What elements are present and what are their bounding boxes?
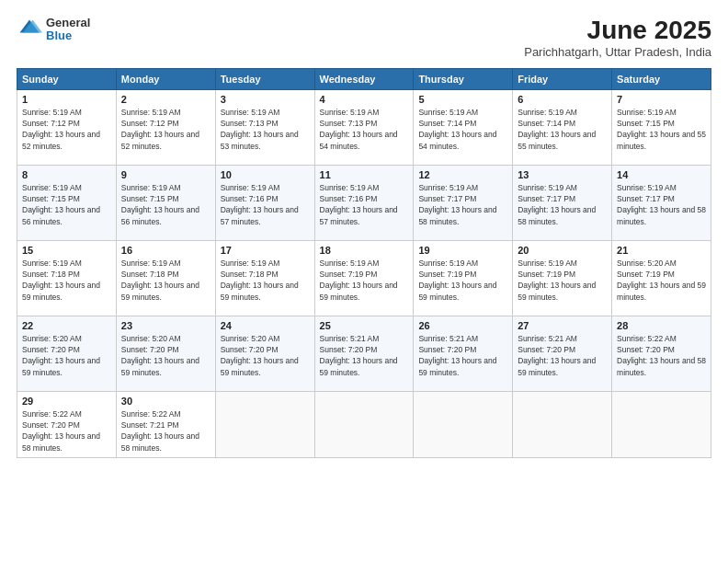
day-number: 18 bbox=[320, 245, 409, 256]
day-number: 7 bbox=[617, 94, 706, 105]
empty-cell bbox=[314, 391, 414, 457]
day-info: Sunrise: 5:20 AMSunset: 7:20 PMDaylight:… bbox=[221, 333, 310, 378]
table-row: 1Sunrise: 5:19 AMSunset: 7:12 PMDaylight… bbox=[17, 89, 117, 165]
day-info: Sunrise: 5:19 AMSunset: 7:18 PMDaylight:… bbox=[22, 258, 111, 303]
header-friday: Friday bbox=[513, 68, 612, 89]
table-row: 15Sunrise: 5:19 AMSunset: 7:18 PMDayligh… bbox=[17, 240, 117, 316]
day-info: Sunrise: 5:20 AMSunset: 7:20 PMDaylight:… bbox=[121, 333, 210, 378]
table-row: 14Sunrise: 5:19 AMSunset: 7:17 PMDayligh… bbox=[612, 165, 711, 240]
day-number: 11 bbox=[320, 169, 409, 180]
month-title: June 2025 bbox=[524, 17, 711, 45]
day-info: Sunrise: 5:19 AMSunset: 7:12 PMDaylight:… bbox=[121, 107, 210, 152]
day-info: Sunrise: 5:19 AMSunset: 7:17 PMDaylight:… bbox=[418, 182, 507, 227]
table-row: 12Sunrise: 5:19 AMSunset: 7:17 PMDayligh… bbox=[414, 165, 513, 240]
day-number: 10 bbox=[221, 169, 310, 180]
day-number: 3 bbox=[221, 94, 310, 105]
day-number: 5 bbox=[418, 94, 507, 105]
day-number: 23 bbox=[121, 320, 210, 331]
day-info: Sunrise: 5:19 AMSunset: 7:16 PMDaylight:… bbox=[320, 182, 409, 227]
day-number: 17 bbox=[221, 245, 310, 256]
table-row: 4Sunrise: 5:19 AMSunset: 7:13 PMDaylight… bbox=[314, 89, 414, 165]
day-info: Sunrise: 5:21 AMSunset: 7:20 PMDaylight:… bbox=[518, 333, 607, 378]
table-row: 6Sunrise: 5:19 AMSunset: 7:14 PMDaylight… bbox=[513, 89, 612, 165]
day-number: 26 bbox=[418, 320, 507, 331]
header-wednesday: Wednesday bbox=[314, 68, 414, 89]
day-number: 1 bbox=[22, 94, 111, 105]
table-row: 16Sunrise: 5:19 AMSunset: 7:18 PMDayligh… bbox=[116, 240, 215, 316]
day-number: 30 bbox=[121, 396, 210, 407]
empty-cell bbox=[612, 391, 711, 457]
table-row: 30Sunrise: 5:22 AMSunset: 7:21 PMDayligh… bbox=[116, 391, 215, 457]
table-row: 22Sunrise: 5:20 AMSunset: 7:20 PMDayligh… bbox=[17, 316, 117, 391]
calendar-row: 22Sunrise: 5:20 AMSunset: 7:20 PMDayligh… bbox=[17, 316, 711, 391]
table-row: 8Sunrise: 5:19 AMSunset: 7:15 PMDaylight… bbox=[17, 165, 117, 240]
day-number: 29 bbox=[22, 396, 111, 407]
empty-cell bbox=[215, 391, 314, 457]
day-number: 14 bbox=[617, 169, 706, 180]
table-row: 20Sunrise: 5:19 AMSunset: 7:19 PMDayligh… bbox=[513, 240, 612, 316]
day-info: Sunrise: 5:19 AMSunset: 7:18 PMDaylight:… bbox=[121, 258, 210, 303]
day-number: 13 bbox=[518, 169, 607, 180]
table-row: 2Sunrise: 5:19 AMSunset: 7:12 PMDaylight… bbox=[116, 89, 215, 165]
day-number: 8 bbox=[22, 169, 111, 180]
day-number: 2 bbox=[121, 94, 210, 105]
logo-icon bbox=[17, 17, 42, 42]
day-number: 27 bbox=[518, 320, 607, 331]
day-number: 24 bbox=[221, 320, 310, 331]
day-number: 20 bbox=[518, 245, 607, 256]
table-row: 17Sunrise: 5:19 AMSunset: 7:18 PMDayligh… bbox=[215, 240, 314, 316]
day-number: 28 bbox=[617, 320, 706, 331]
empty-cell bbox=[414, 391, 513, 457]
day-info: Sunrise: 5:19 AMSunset: 7:19 PMDaylight:… bbox=[418, 258, 507, 303]
day-number: 16 bbox=[121, 245, 210, 256]
weekday-header-row: Sunday Monday Tuesday Wednesday Thursday… bbox=[17, 68, 711, 89]
header: General Blue June 2025 Parichhatgarh, Ut… bbox=[17, 17, 711, 59]
day-info: Sunrise: 5:19 AMSunset: 7:15 PMDaylight:… bbox=[617, 107, 706, 152]
subtitle: Parichhatgarh, Uttar Pradesh, India bbox=[524, 45, 711, 59]
table-row: 18Sunrise: 5:19 AMSunset: 7:19 PMDayligh… bbox=[314, 240, 414, 316]
day-info: Sunrise: 5:19 AMSunset: 7:17 PMDaylight:… bbox=[518, 182, 607, 227]
title-block: June 2025 Parichhatgarh, Uttar Pradesh, … bbox=[524, 17, 711, 59]
day-number: 9 bbox=[121, 169, 210, 180]
day-info: Sunrise: 5:19 AMSunset: 7:17 PMDaylight:… bbox=[617, 182, 706, 227]
header-saturday: Saturday bbox=[612, 68, 711, 89]
calendar-table: Sunday Monday Tuesday Wednesday Thursday… bbox=[17, 68, 711, 458]
table-row: 5Sunrise: 5:19 AMSunset: 7:14 PMDaylight… bbox=[414, 89, 513, 165]
table-row: 27Sunrise: 5:21 AMSunset: 7:20 PMDayligh… bbox=[513, 316, 612, 391]
table-row: 23Sunrise: 5:20 AMSunset: 7:20 PMDayligh… bbox=[116, 316, 215, 391]
day-info: Sunrise: 5:22 AMSunset: 7:20 PMDaylight:… bbox=[617, 333, 706, 378]
table-row: 25Sunrise: 5:21 AMSunset: 7:20 PMDayligh… bbox=[314, 316, 414, 391]
header-thursday: Thursday bbox=[414, 68, 513, 89]
day-info: Sunrise: 5:19 AMSunset: 7:14 PMDaylight:… bbox=[518, 107, 607, 152]
table-row: 9Sunrise: 5:19 AMSunset: 7:15 PMDaylight… bbox=[116, 165, 215, 240]
logo: General Blue bbox=[17, 17, 90, 43]
header-sunday: Sunday bbox=[17, 68, 117, 89]
day-number: 21 bbox=[617, 245, 706, 256]
day-info: Sunrise: 5:19 AMSunset: 7:14 PMDaylight:… bbox=[418, 107, 507, 152]
day-info: Sunrise: 5:22 AMSunset: 7:20 PMDaylight:… bbox=[22, 408, 111, 454]
day-info: Sunrise: 5:19 AMSunset: 7:18 PMDaylight:… bbox=[221, 258, 310, 303]
logo-text: General Blue bbox=[46, 17, 90, 43]
calendar-row: 29Sunrise: 5:22 AMSunset: 7:20 PMDayligh… bbox=[17, 391, 711, 457]
calendar-row: 8Sunrise: 5:19 AMSunset: 7:15 PMDaylight… bbox=[17, 165, 711, 240]
day-info: Sunrise: 5:19 AMSunset: 7:13 PMDaylight:… bbox=[320, 107, 409, 152]
day-info: Sunrise: 5:19 AMSunset: 7:15 PMDaylight:… bbox=[22, 182, 111, 227]
page: General Blue June 2025 Parichhatgarh, Ut… bbox=[0, 0, 728, 563]
day-info: Sunrise: 5:19 AMSunset: 7:19 PMDaylight:… bbox=[320, 258, 409, 303]
day-info: Sunrise: 5:21 AMSunset: 7:20 PMDaylight:… bbox=[320, 333, 409, 378]
logo-blue: Blue bbox=[46, 29, 90, 42]
table-row: 3Sunrise: 5:19 AMSunset: 7:13 PMDaylight… bbox=[215, 89, 314, 165]
day-info: Sunrise: 5:19 AMSunset: 7:19 PMDaylight:… bbox=[518, 258, 607, 303]
day-info: Sunrise: 5:19 AMSunset: 7:13 PMDaylight:… bbox=[221, 107, 310, 152]
day-info: Sunrise: 5:19 AMSunset: 7:16 PMDaylight:… bbox=[221, 182, 310, 227]
table-row: 7Sunrise: 5:19 AMSunset: 7:15 PMDaylight… bbox=[612, 89, 711, 165]
table-row: 19Sunrise: 5:19 AMSunset: 7:19 PMDayligh… bbox=[414, 240, 513, 316]
day-number: 12 bbox=[418, 169, 507, 180]
day-number: 4 bbox=[320, 94, 409, 105]
table-row: 29Sunrise: 5:22 AMSunset: 7:20 PMDayligh… bbox=[17, 391, 117, 457]
empty-cell bbox=[513, 391, 612, 457]
day-number: 6 bbox=[518, 94, 607, 105]
table-row: 10Sunrise: 5:19 AMSunset: 7:16 PMDayligh… bbox=[215, 165, 314, 240]
day-info: Sunrise: 5:22 AMSunset: 7:21 PMDaylight:… bbox=[121, 408, 210, 454]
table-row: 24Sunrise: 5:20 AMSunset: 7:20 PMDayligh… bbox=[215, 316, 314, 391]
